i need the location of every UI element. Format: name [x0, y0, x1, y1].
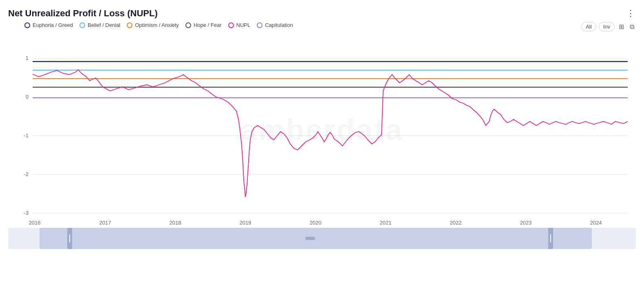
hope-legend-circle — [185, 22, 191, 28]
belief-legend-label: Belief / Denial — [88, 22, 120, 28]
legend-item-hope[interactable]: Hope / Fear — [185, 22, 222, 28]
svg-text:2019: 2019 — [240, 220, 251, 225]
chart-svg: 1 0 -1 -2 -3 2016 2017 2018 2019 2020 — [8, 34, 636, 225]
legend-item-euphoria[interactable]: Euphoria / Greed — [24, 22, 73, 28]
optimism-legend-label: Optimism / Anxiety — [135, 22, 179, 28]
hope-legend-label: Hope / Fear — [194, 22, 222, 28]
shrink-icon[interactable]: ⧉ — [628, 22, 636, 31]
expand-icon[interactable]: ⊞ — [617, 22, 626, 31]
optimism-legend-circle — [127, 22, 132, 28]
handle-grip-left — [69, 234, 70, 242]
capitulation-legend-circle — [257, 22, 262, 28]
svg-text:2021: 2021 — [380, 220, 392, 225]
euphoria-legend-label: Euphoria / Greed — [33, 22, 73, 28]
svg-text:-3: -3 — [24, 210, 29, 216]
svg-text:2022: 2022 — [450, 220, 462, 225]
all-button[interactable]: All — [581, 22, 596, 31]
chart-area: amberdata 1 0 -1 -2 -3 — [8, 34, 636, 225]
legend-row: Euphoria / Greed Belief / Denial Optimis… — [24, 22, 581, 28]
nupl-legend-label: NUPL — [236, 22, 251, 28]
svg-text:2016: 2016 — [29, 220, 41, 225]
svg-text:2024: 2024 — [590, 220, 602, 225]
svg-text:2023: 2023 — [520, 220, 532, 225]
inv-button[interactable]: Inv — [599, 22, 615, 31]
scrollbar-handle-right[interactable] — [548, 228, 553, 249]
legend-item-capitulation[interactable]: Capitulation — [257, 22, 293, 28]
svg-text:2018: 2018 — [170, 220, 181, 225]
handle-grip-right — [550, 234, 551, 242]
legend-item-nupl[interactable]: NUPL — [228, 22, 251, 28]
svg-text:-1: -1 — [24, 132, 29, 139]
scrollbar-center-handle[interactable] — [305, 237, 315, 240]
title-row: Net Unrealized Profit / Loss (NUPL) ⋮ — [8, 8, 636, 19]
svg-text:2020: 2020 — [310, 220, 322, 225]
chart-title: Net Unrealized Profit / Loss (NUPL) — [8, 8, 158, 19]
scrollbar-container[interactable] — [8, 228, 636, 249]
nupl-legend-circle — [228, 22, 234, 28]
capitulation-legend-label: Capitulation — [265, 22, 293, 28]
svg-text:0: 0 — [26, 94, 29, 100]
scrollbar-handle-left[interactable] — [67, 228, 72, 249]
more-options-icon[interactable]: ⋮ — [626, 8, 636, 19]
legend-item-belief[interactable]: Belief / Denial — [79, 22, 120, 28]
nupl-line — [33, 70, 628, 197]
euphoria-legend-circle — [24, 22, 30, 28]
chart-container: Net Unrealized Profit / Loss (NUPL) ⋮ Eu… — [0, 0, 644, 282]
svg-text:-2: -2 — [24, 171, 29, 177]
scrollbar-thumb[interactable] — [40, 228, 592, 249]
legend-item-optimism[interactable]: Optimism / Anxiety — [127, 22, 179, 28]
svg-text:1: 1 — [26, 55, 29, 61]
belief-legend-circle — [79, 22, 85, 28]
controls: All Inv ⊞ ⧉ — [581, 22, 636, 31]
svg-text:2017: 2017 — [99, 220, 111, 225]
